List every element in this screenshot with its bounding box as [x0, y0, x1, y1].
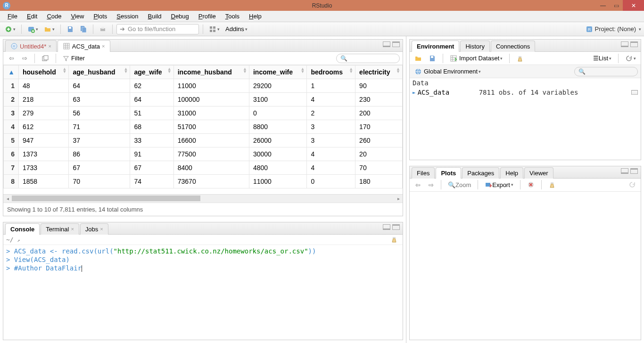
maximize-pane-icon[interactable]	[630, 168, 638, 174]
cell: 0	[307, 175, 355, 188]
zoom-button[interactable]: 🔍 Zoom	[446, 180, 473, 190]
env-item-acsdata[interactable]: ► ACS_data 7811 obs. of 14 variables	[410, 88, 641, 97]
maximize-pane-icon[interactable]	[392, 224, 400, 230]
table-row[interactable]: 461271685170088003170	[4, 120, 403, 134]
new-project-button[interactable]: ▾	[25, 24, 40, 34]
maximize-pane-icon[interactable]	[630, 41, 638, 47]
column-header[interactable]: electricity▲▼	[355, 65, 403, 79]
viewer-tab-files[interactable]: Files	[412, 167, 435, 179]
addins-button[interactable]: Addins ▾	[223, 24, 249, 34]
export-button[interactable]: Export ▾	[483, 180, 515, 190]
print-button[interactable]	[97, 24, 108, 34]
remove-plot-button[interactable]	[525, 180, 537, 190]
clear-plots-button[interactable]	[546, 180, 558, 190]
popout-button[interactable]	[40, 53, 51, 64]
refresh-button[interactable]: ▾	[623, 53, 638, 64]
table-row[interactable]: 6137386917750030000420	[4, 147, 403, 161]
menu-profile[interactable]: Profile	[194, 11, 221, 21]
refresh-plots-button[interactable]	[627, 180, 638, 190]
menu-code[interactable]: Code	[42, 11, 66, 21]
clear-console-button[interactable]	[388, 234, 400, 245]
save-button[interactable]	[65, 24, 76, 34]
viewer-tab-packages[interactable]: Packages	[462, 167, 499, 179]
scroll-left-arrow[interactable]: ◂	[3, 195, 12, 203]
jobs-tab[interactable]: Jobs ×	[80, 223, 108, 235]
grid-icon[interactable]	[631, 90, 638, 95]
row-number-header[interactable]: ▲	[4, 65, 19, 79]
env-search-input[interactable]: 🔍	[574, 67, 638, 76]
menu-tools[interactable]: Tools	[221, 11, 244, 21]
menu-debug[interactable]: Debug	[166, 11, 194, 21]
table-row[interactable]: 81858707473670110000180	[4, 175, 403, 188]
viewer-tab-help[interactable]: Help	[500, 167, 523, 179]
column-header[interactable]: household▲▼	[19, 65, 69, 79]
source-tab-untitled[interactable]: R Untitled4* ×	[5, 40, 57, 52]
data-search-input[interactable]: 🔍	[336, 54, 400, 63]
menu-session[interactable]: Session	[112, 11, 143, 21]
table-row[interactable]: 71733676784004800470	[4, 161, 403, 175]
menu-plots[interactable]: Plots	[89, 11, 112, 21]
minimize-button[interactable]: —	[596, 0, 610, 11]
minimize-pane-icon[interactable]	[621, 41, 628, 47]
plot-back-button[interactable]: ⇦	[413, 180, 423, 190]
filter-button[interactable]: Filter	[61, 53, 87, 64]
forward-button[interactable]: ⇨	[19, 53, 30, 64]
column-header[interactable]: age_husband▲▼	[69, 65, 130, 79]
viewer-tab-viewer[interactable]: Viewer	[524, 167, 553, 179]
source-pane: R Untitled4* × ACS_data × ⇦ ⇨	[3, 39, 403, 216]
goto-file-input[interactable]: ➔ Go to file/function	[116, 24, 199, 34]
menu-edit[interactable]: Edit	[22, 11, 42, 21]
scroll-right-arrow[interactable]: ▸	[394, 195, 403, 203]
new-file-button[interactable]: ▾	[3, 24, 17, 34]
maximize-button[interactable]: ▭	[610, 0, 623, 11]
terminal-tab[interactable]: Terminal ×	[41, 223, 79, 235]
menu-help[interactable]: Help	[244, 11, 266, 21]
close-icon[interactable]: ×	[100, 226, 103, 232]
svg-rect-9	[213, 30, 215, 32]
table-row[interactable]: 327956513100002200	[4, 106, 403, 120]
expand-icon[interactable]: ►	[413, 90, 416, 96]
console-body[interactable]: > ACS_data <- read.csv(url("http://stat5…	[3, 245, 403, 340]
open-file-button[interactable]: ▾	[42, 24, 57, 34]
close-icon[interactable]: ×	[71, 226, 74, 232]
scope-selector[interactable]: Global Environment ▾	[413, 66, 483, 77]
clear-env-button[interactable]	[514, 53, 526, 64]
env-tab-environment[interactable]: Environment	[412, 41, 459, 52]
plot-forward-button[interactable]: ⇨	[426, 180, 436, 190]
column-header[interactable]: age_wife▲▼	[130, 65, 173, 79]
row-number: 7	[4, 161, 19, 175]
maximize-pane-icon[interactable]	[392, 41, 400, 47]
filter-label: Filter	[71, 55, 85, 62]
column-header[interactable]: income_wife▲▼	[249, 65, 306, 79]
close-icon[interactable]: ×	[48, 43, 51, 49]
source-tab-acsdata[interactable]: ACS_data ×	[58, 40, 110, 52]
minimize-pane-icon[interactable]	[621, 168, 628, 174]
close-button[interactable]: ✕	[623, 0, 644, 11]
menu-view[interactable]: View	[66, 11, 89, 21]
minimize-pane-icon[interactable]	[383, 41, 390, 47]
horizontal-scrollbar[interactable]: ◂ ▸	[3, 194, 403, 203]
import-dataset-button[interactable]: Import Dataset ▾	[448, 53, 504, 64]
menu-file[interactable]: File	[3, 11, 22, 21]
back-button[interactable]: ⇦	[6, 53, 17, 64]
table-row[interactable]: 2218636410000031004230	[4, 93, 403, 106]
save-all-button[interactable]	[78, 24, 89, 34]
list-view-button[interactable]: ☰ List ▾	[591, 53, 613, 64]
table-row[interactable]: 5947373316600260003260	[4, 134, 403, 147]
data-grid[interactable]: ▲household▲▼age_husband▲▼age_wife▲▼incom…	[3, 65, 403, 194]
grid-tool-button[interactable]: ▾	[207, 24, 222, 34]
column-header[interactable]: income_husband▲▼	[173, 65, 249, 79]
viewer-tab-plots[interactable]: Plots	[436, 167, 461, 179]
console-tab[interactable]: Console	[5, 223, 40, 235]
project-selector[interactable]: R Project: (None) ▾	[586, 25, 641, 33]
close-icon[interactable]: ×	[102, 43, 105, 49]
scrollbar-thumb[interactable]	[12, 196, 200, 201]
env-tab-history[interactable]: History	[460, 41, 489, 52]
save-workspace-button[interactable]	[427, 53, 438, 64]
env-tab-connections[interactable]: Connections	[491, 41, 535, 52]
column-header[interactable]: bedrooms▲▼	[307, 65, 355, 79]
menu-build[interactable]: Build	[143, 11, 166, 21]
minimize-pane-icon[interactable]	[383, 224, 390, 230]
table-row[interactable]: 14864621100029200190	[4, 79, 403, 93]
load-workspace-button[interactable]	[413, 53, 424, 64]
